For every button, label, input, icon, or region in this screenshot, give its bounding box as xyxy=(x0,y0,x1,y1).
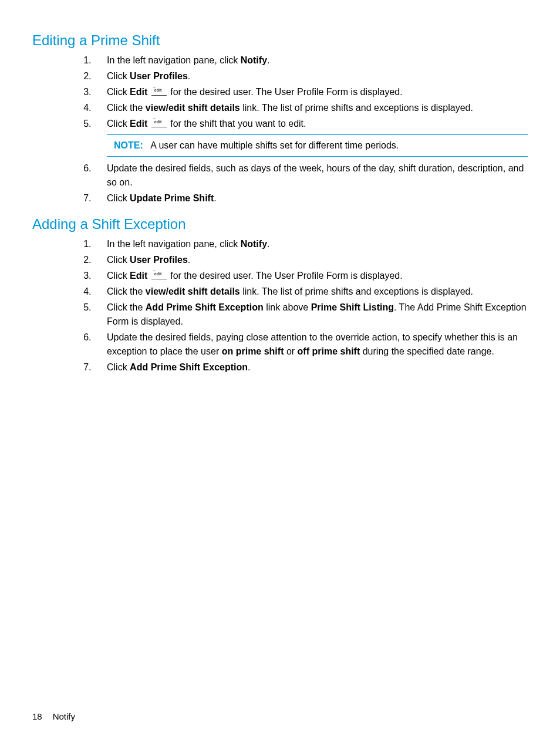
heading-editing-prime-shift: Editing a Prime Shift xyxy=(32,32,528,49)
bold-prime-shift-listing: Prime Shift Listing xyxy=(311,302,394,312)
bold-edit: Edit xyxy=(130,87,147,97)
text: . xyxy=(267,55,269,65)
step-5: Click Edit for the shift that you want t… xyxy=(94,117,528,157)
text: Click xyxy=(107,255,130,265)
bold-view-edit-shift: view/edit shift details xyxy=(146,286,240,296)
text: . xyxy=(214,193,216,203)
step-4: Click the view/edit shift details link. … xyxy=(94,101,528,115)
text: . xyxy=(248,362,250,372)
steps-editing-prime-shift: In the left navigation pane, click Notif… xyxy=(32,53,528,205)
footer-section: Notify xyxy=(53,711,75,721)
edit-icon xyxy=(151,273,167,279)
step-3: Click Edit for the desired user. The Use… xyxy=(94,85,528,99)
bold-edit: Edit xyxy=(130,119,147,129)
text: Click the xyxy=(107,302,146,312)
text: during the specified date range. xyxy=(360,346,494,356)
bold-on-prime-shift: on prime shift xyxy=(222,346,284,356)
text: In the left navigation pane, click xyxy=(107,239,241,249)
step-7: Click Update Prime Shift. xyxy=(94,191,528,205)
bold-user-profiles: User Profiles xyxy=(130,71,188,81)
text: Click xyxy=(107,71,130,81)
bold-update-prime-shift: Update Prime Shift xyxy=(130,193,214,203)
page-number: 18 xyxy=(32,711,42,721)
edit-icon xyxy=(151,121,167,127)
step-1: In the left navigation pane, click Notif… xyxy=(94,53,528,67)
step-6: Update the desired fields, paying close … xyxy=(94,330,528,359)
text: or xyxy=(284,346,297,356)
text: for the shift that you want to edit. xyxy=(168,119,306,129)
text: Click xyxy=(107,271,130,281)
bold-edit: Edit xyxy=(130,271,147,281)
steps-adding-shift-exception: In the left navigation pane, click Notif… xyxy=(32,237,528,374)
text: . xyxy=(188,255,190,265)
bold-view-edit-shift: view/edit shift details xyxy=(146,103,240,113)
step-2: Click User Profiles. xyxy=(94,253,528,267)
text: Click the xyxy=(107,286,146,296)
text: Click xyxy=(107,119,130,129)
note-text: A user can have multiple shifts set for … xyxy=(150,140,399,150)
note-box: NOTE: A user can have multiple shifts se… xyxy=(107,134,528,157)
step-2: Click User Profiles. xyxy=(94,69,528,83)
text: Click xyxy=(107,87,130,97)
heading-adding-shift-exception: Adding a Shift Exception xyxy=(32,216,528,232)
text: Click the xyxy=(107,103,146,113)
text: . xyxy=(188,71,190,81)
step-1: In the left navigation pane, click Notif… xyxy=(94,237,528,251)
text: Click xyxy=(107,362,130,372)
step-3: Click Edit for the desired user. The Use… xyxy=(94,269,528,283)
edit-icon xyxy=(151,89,167,96)
text: . xyxy=(267,239,269,249)
page-footer: 18Notify xyxy=(32,711,75,721)
bold-user-profiles: User Profiles xyxy=(130,255,188,265)
bold-add-prime-shift-exception: Add Prime Shift Exception xyxy=(130,362,248,372)
step-5: Click the Add Prime Shift Exception link… xyxy=(94,301,528,329)
step-7: Click Add Prime Shift Exception. xyxy=(94,360,528,374)
text: Update the desired fields, such as days … xyxy=(107,163,524,187)
text: for the desired user. The User Profile F… xyxy=(168,87,403,97)
bold-notify: Notify xyxy=(241,239,267,249)
bold-add-prime-shift-exception: Add Prime Shift Exception xyxy=(146,302,264,312)
text: Click xyxy=(107,193,130,203)
step-4: Click the view/edit shift details link. … xyxy=(94,285,528,299)
bold-notify: Notify xyxy=(241,55,267,65)
text: In the left navigation pane, click xyxy=(107,55,241,65)
text: link. The list of prime shifts and excep… xyxy=(240,103,473,113)
text: for the desired user. The User Profile F… xyxy=(168,271,403,281)
step-6: Update the desired fields, such as days … xyxy=(94,161,528,190)
note-label: NOTE: xyxy=(114,140,143,150)
text: link above xyxy=(264,302,311,312)
document-page: Editing a Prime Shift In the left naviga… xyxy=(0,0,560,746)
bold-off-prime-shift: off prime shift xyxy=(298,346,360,356)
text: link. The list of prime shifts and excep… xyxy=(240,286,473,296)
